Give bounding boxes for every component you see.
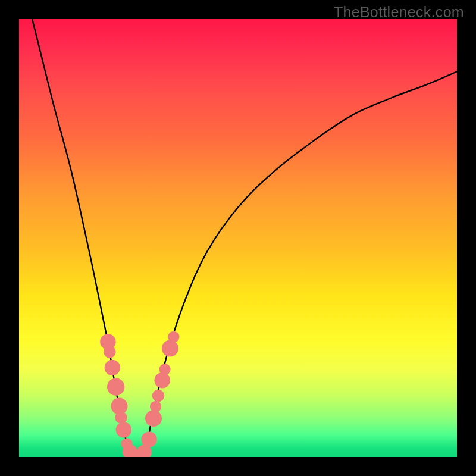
marker-layer — [100, 331, 179, 457]
watermark-text: TheBottleneck.com — [334, 4, 464, 21]
data-point — [162, 340, 178, 357]
bottleneck-curve — [32, 19, 457, 457]
curve-layer — [19, 19, 457, 457]
chart-frame: TheBottleneck.com — [0, 0, 476, 476]
data-point — [150, 401, 161, 412]
data-point — [168, 331, 179, 343]
data-point — [159, 364, 171, 375]
plot-area — [19, 19, 457, 457]
data-point — [116, 422, 131, 437]
data-point — [152, 390, 165, 402]
data-point — [145, 410, 162, 427]
data-point — [115, 412, 127, 424]
data-point — [104, 346, 116, 358]
data-point — [141, 431, 156, 447]
data-point — [107, 378, 124, 396]
data-point — [155, 372, 170, 388]
data-point — [105, 360, 120, 375]
